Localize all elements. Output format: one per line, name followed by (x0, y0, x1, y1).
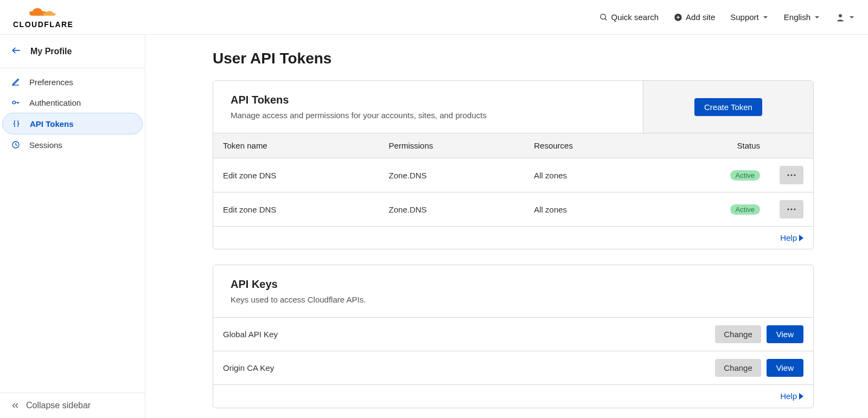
clock-icon (11, 140, 21, 150)
quick-search-label: Quick search (611, 12, 659, 22)
add-site[interactable]: Add site (674, 12, 715, 22)
search-icon (599, 13, 608, 22)
keys-card-title: API Keys (231, 278, 796, 291)
col-permissions: Permissions (379, 133, 525, 158)
quick-search[interactable]: Quick search (599, 12, 659, 22)
sidebar-item-preferences[interactable]: Preferences (2, 72, 143, 92)
back-arrow[interactable] (11, 45, 22, 58)
caret-right-icon (799, 393, 803, 400)
language-label: English (784, 12, 810, 22)
tokens-card-subtitle: Manage access and permissions for your a… (231, 111, 626, 120)
braces-icon (11, 119, 21, 128)
svg-line-1 (605, 18, 607, 20)
svg-point-5 (839, 14, 842, 17)
svg-point-8 (12, 101, 15, 104)
table-row: Edit zone DNS Zone.DNS All zones Active (213, 192, 813, 227)
cell-permissions: Zone.DNS (379, 192, 525, 227)
keys-help-link[interactable]: Help (780, 391, 803, 401)
top-header: CLOUDFLARE Quick search Add site Support… (0, 0, 868, 35)
arrow-left-icon (11, 45, 22, 56)
caret-down-icon (848, 14, 855, 21)
view-button[interactable]: View (767, 325, 803, 343)
more-icon (787, 174, 796, 176)
row-actions-button[interactable] (780, 200, 803, 218)
help-label: Help (780, 233, 797, 242)
keys-row: Origin CA Key Change View (213, 351, 813, 384)
tokens-help-link[interactable]: Help (780, 233, 803, 242)
sidebar-item-sessions[interactable]: Sessions (2, 134, 143, 155)
col-token-name: Token name (213, 133, 379, 158)
cell-token-name: Edit zone DNS (213, 192, 379, 227)
svg-point-0 (601, 14, 605, 19)
cell-resources: All zones (524, 158, 657, 192)
svg-point-16 (791, 209, 793, 210)
collapse-sidebar[interactable]: Collapse sidebar (0, 393, 145, 418)
api-keys-card: API Keys Keys used to access Cloudflare … (213, 265, 814, 408)
sidebar-item-authentication[interactable]: Authentication (2, 92, 143, 113)
support-label: Support (730, 12, 759, 22)
change-button[interactable]: Change (715, 325, 761, 343)
user-icon (835, 12, 845, 22)
cell-resources: All zones (524, 192, 657, 227)
status-badge: Active (730, 204, 760, 215)
svg-point-13 (791, 175, 793, 176)
svg-point-12 (788, 175, 789, 176)
caret-right-icon (799, 235, 803, 241)
collapse-label: Collapse sidebar (26, 401, 91, 410)
status-badge: Active (730, 170, 760, 181)
sidebar-item-label: Preferences (29, 78, 73, 87)
pencil-icon (11, 77, 21, 87)
table-row: Edit zone DNS Zone.DNS All zones Active (213, 158, 813, 192)
row-actions-button[interactable] (780, 166, 803, 184)
sidebar-header: My Profile (0, 35, 145, 68)
caret-down-icon (814, 14, 820, 21)
plus-circle-icon (674, 13, 682, 22)
keys-card-subtitle: Keys used to access Cloudflare APIs. (231, 295, 796, 304)
keys-row: Global API Key Change View (213, 317, 813, 351)
cell-token-name: Edit zone DNS (213, 158, 379, 192)
sidebar-item-api-tokens[interactable]: API Tokens (2, 113, 143, 134)
profile-menu[interactable] (835, 12, 855, 22)
add-site-label: Add site (686, 12, 715, 22)
chevrons-left-icon (11, 401, 20, 410)
col-status: Status (657, 133, 770, 158)
main-content: User API Tokens API Tokens Manage access… (145, 35, 868, 418)
svg-point-14 (794, 175, 796, 176)
tokens-card-title: API Tokens (231, 94, 626, 106)
sidebar: My Profile Preferences Authentication AP… (0, 35, 145, 418)
sidebar-item-label: API Tokens (30, 119, 74, 128)
header-right: Quick search Add site Support English (599, 12, 856, 22)
key-name: Global API Key (223, 330, 278, 339)
change-button[interactable]: Change (715, 359, 761, 377)
sidebar-item-label: Authentication (29, 98, 81, 107)
caret-down-icon (762, 14, 769, 21)
language-menu[interactable]: English (784, 12, 820, 22)
cloud-icon (26, 6, 61, 19)
more-icon (787, 208, 796, 210)
sidebar-item-label: Sessions (29, 140, 62, 150)
svg-point-15 (788, 209, 789, 210)
logo[interactable]: CLOUDFLARE (13, 6, 73, 29)
support-menu[interactable]: Support (730, 12, 769, 22)
help-label: Help (780, 391, 797, 401)
svg-point-17 (794, 209, 796, 210)
view-button[interactable]: View (767, 359, 803, 377)
sidebar-title: My Profile (30, 47, 72, 56)
key-icon (11, 98, 21, 107)
cell-permissions: Zone.DNS (379, 158, 525, 192)
tokens-table: Token name Permissions Resources Status … (213, 133, 813, 249)
col-resources: Resources (524, 133, 657, 158)
create-token-button[interactable]: Create Token (694, 98, 762, 116)
page-title: User API Tokens (213, 50, 814, 67)
brand-text: CLOUDFLARE (13, 20, 73, 29)
api-tokens-card: API Tokens Manage access and permissions… (213, 80, 814, 249)
sidebar-nav: Preferences Authentication API Tokens Se… (0, 68, 145, 158)
key-name: Origin CA Key (223, 363, 274, 372)
